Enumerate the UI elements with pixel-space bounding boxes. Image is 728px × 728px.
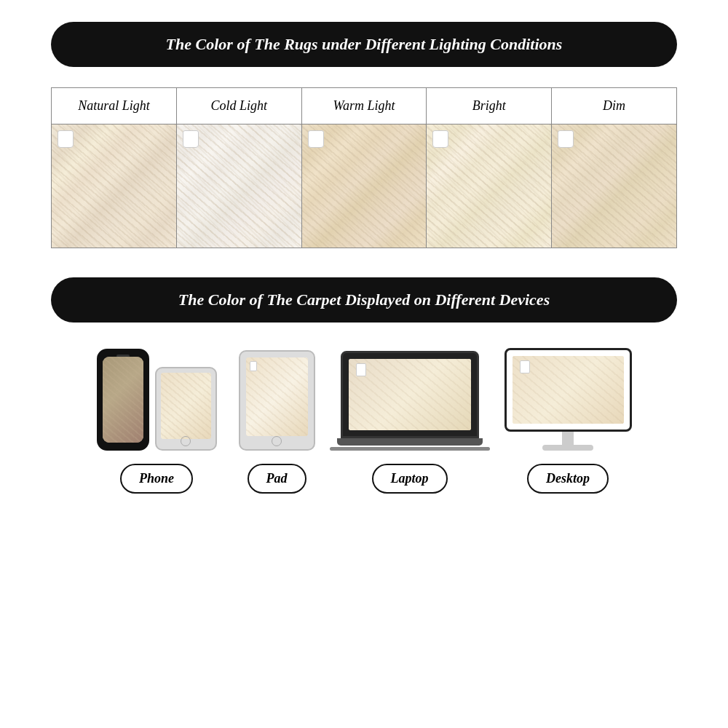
desktop-screen [513,356,624,424]
desktop-group: Desktop [505,348,632,494]
rug-warm-cell [301,124,427,248]
rug-warm-swatch [302,124,427,248]
pad-device-small [155,367,217,451]
desktop-device [505,348,632,451]
pad-label: Pad [248,464,306,494]
phone-label: Phone [120,464,193,494]
rug-bright-cell [427,124,552,248]
rug-bright-swatch [427,124,551,248]
desktop-monitor [505,348,632,432]
laptop-device [337,351,483,451]
laptop-group: Laptop [337,351,483,494]
phone-screen [103,357,143,443]
phone-group: Phone [97,349,217,494]
pad-group: Pad [239,350,315,494]
laptop-label: Laptop [372,464,448,494]
pad-screen-small [161,373,211,439]
desktop-label: Desktop [527,464,609,494]
rug-dim-swatch [552,124,676,248]
laptop-screen [349,359,471,430]
col-cold-light: Cold Light [176,88,301,124]
rug-cold-cell [176,124,301,248]
col-natural-light: Natural Light [52,88,177,124]
pad-screen-large [246,357,308,436]
col-warm-light: Warm Light [301,88,427,124]
section2-title: The Color of The Carpet Displayed on Dif… [51,277,677,323]
section1-title: The Color of The Rugs under Different Li… [51,22,677,67]
col-dim: Dim [552,88,677,124]
laptop-foot [330,447,490,451]
laptop-lid [341,351,479,438]
col-bright: Bright [427,88,552,124]
pad-device-large [239,350,315,451]
rug-dim-cell [552,124,677,248]
devices-row: Phone Pad [51,348,677,494]
rug-natural-swatch [52,124,176,248]
phone-device [97,349,149,451]
lighting-conditions-table: Natural Light Cold Light Warm Light Brig… [51,87,677,248]
rug-cold-swatch [177,124,301,248]
desktop-stand [542,445,593,451]
laptop-base [337,438,483,446]
desktop-neck [562,432,574,445]
rug-natural-cell [52,124,177,248]
